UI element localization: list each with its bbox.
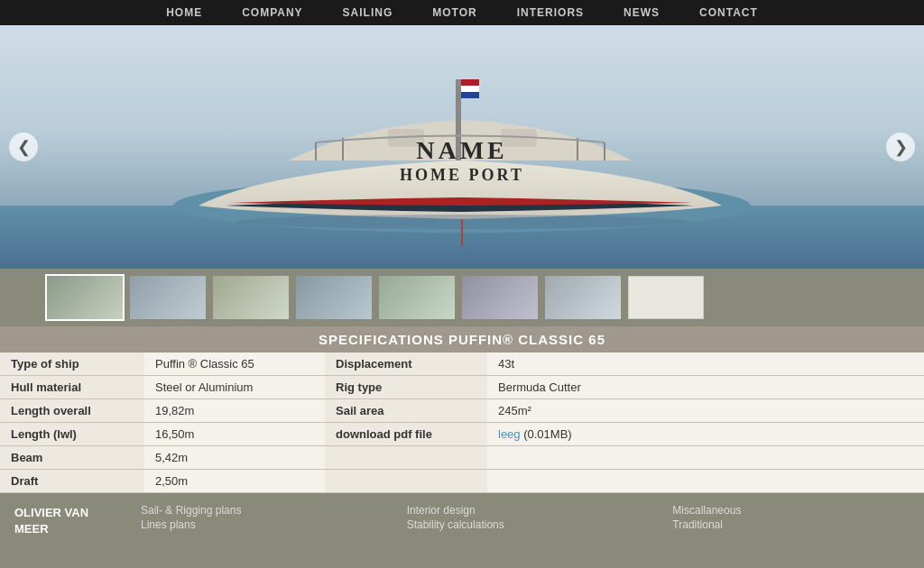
pdf-download-link[interactable]: leeg xyxy=(498,427,521,441)
spec-value-hull: Steel or Aluminium xyxy=(144,376,325,399)
footer-link-interior[interactable]: Interior design xyxy=(407,504,644,517)
carousel-prev-button[interactable]: ❮ xyxy=(9,133,38,161)
spec-label-rig: Rig type xyxy=(325,376,487,399)
spec-value-type: Puffin ® Classic 65 xyxy=(144,353,325,376)
table-row: Hull material Steel or Aluminium Rig typ… xyxy=(0,376,924,399)
spec-label-displacement: Displacement xyxy=(325,353,487,376)
spec-value-pdf: leeg (0.01MB) xyxy=(487,423,924,446)
svg-text:HOME PORT: HOME PORT xyxy=(400,166,524,184)
footer-link-sail[interactable]: Sail- & Rigging plans xyxy=(141,504,378,517)
table-row: Draft 2,50m xyxy=(0,470,924,493)
nav-news[interactable]: NEWS xyxy=(604,6,679,19)
nav-interiors[interactable]: INTERIORS xyxy=(497,6,604,19)
table-row: Length (lwl) 16,50m download pdf file le… xyxy=(0,423,924,446)
footer-col-2: Interior design Stability calculations xyxy=(393,500,659,547)
image-carousel: ❮ xyxy=(0,25,924,269)
spec-value-beam: 5,42m xyxy=(144,446,325,470)
footer-link-traditional[interactable]: Traditional xyxy=(672,518,910,531)
spec-label-type: Type of ship xyxy=(0,353,144,376)
spec-value-lwl: 16,50m xyxy=(144,423,325,446)
spec-label-draft: Draft xyxy=(0,470,144,493)
nav-contact[interactable]: CONTACT xyxy=(679,6,778,19)
footer-brand: OLIVIER VAN MEER xyxy=(14,506,88,536)
spec-label-beam: Beam xyxy=(0,446,144,470)
svg-text:NAME: NAME xyxy=(416,136,508,164)
spec-value-draft: 2,50m xyxy=(144,470,325,493)
nav-company[interactable]: COMPANY xyxy=(222,6,322,19)
main-nav: HOME COMPANY SAILING MOTOR INTERIORS NEW… xyxy=(0,0,924,25)
svg-rect-7 xyxy=(461,86,479,92)
thumbnail-3[interactable] xyxy=(211,274,291,321)
thumbnail-7[interactable] xyxy=(543,274,623,321)
pdf-size: (0.01MB) xyxy=(523,427,571,441)
footer-link-stability[interactable]: Stability calculations xyxy=(407,518,644,531)
footer-col-1: Sail- & Rigging plans Lines plans xyxy=(126,500,393,547)
svg-rect-8 xyxy=(461,92,479,98)
footer-link-lines[interactable]: Lines plans xyxy=(141,518,378,531)
nav-sailing[interactable]: SAILING xyxy=(323,6,413,19)
nav-home[interactable]: HOME xyxy=(146,6,222,19)
spec-label-pdf: download pdf file xyxy=(325,423,487,446)
spec-label-lwl: Length (lwl) xyxy=(0,423,144,446)
spec-label-hull: Hull material xyxy=(0,376,144,399)
footer: OLIVIER VAN MEER Sail- & Rigging plans L… xyxy=(0,493,924,547)
thumbnail-2[interactable] xyxy=(128,274,208,321)
thumbnail-strip xyxy=(0,269,924,326)
thumbnail-4[interactable] xyxy=(294,274,374,321)
nav-motor[interactable]: MOTOR xyxy=(412,6,496,19)
thumbnail-5[interactable] xyxy=(377,274,457,321)
spec-value-displacement: 43t xyxy=(487,353,924,376)
table-row: Type of ship Puffin ® Classic 65 Displac… xyxy=(0,353,924,376)
thumbnail-8[interactable] xyxy=(626,274,706,321)
footer-brand-col: OLIVIER VAN MEER xyxy=(0,500,126,547)
specs-section: SPECIFICATIONS PUFFIN® CLASSIC 65 Type o… xyxy=(0,326,924,493)
thumbnail-6[interactable] xyxy=(460,274,540,321)
footer-link-misc[interactable]: Miscallaneous xyxy=(672,504,910,517)
spec-label-sail-area: Sail area xyxy=(325,399,487,423)
table-row: Length overall 19,82m Sail area 245m² xyxy=(0,399,924,423)
thumbnail-1[interactable] xyxy=(45,274,125,321)
spec-value-loa: 19,82m xyxy=(144,399,325,423)
spec-value-rig: Bermuda Cutter xyxy=(487,376,924,399)
specs-table: Type of ship Puffin ® Classic 65 Displac… xyxy=(0,353,924,493)
spec-value-sail-area: 245m² xyxy=(487,399,924,423)
specs-title: SPECIFICATIONS PUFFIN® CLASSIC 65 xyxy=(0,326,924,353)
carousel-next-button[interactable]: ❯ xyxy=(886,133,915,161)
footer-col-3: Miscallaneous Traditional xyxy=(658,500,924,547)
yacht-image: NAME HOME PORT xyxy=(0,25,924,269)
svg-rect-6 xyxy=(461,79,479,86)
table-row: Beam 5,42m xyxy=(0,446,924,470)
spec-label-loa: Length overall xyxy=(0,399,144,423)
